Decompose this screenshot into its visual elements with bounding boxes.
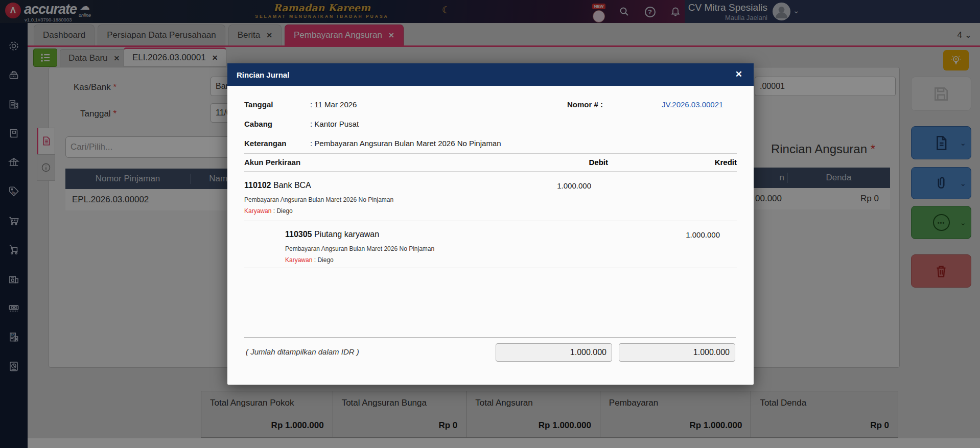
modal-keterangan-label: Keterangan — [244, 139, 287, 148]
dimension-label: Karyawan — [285, 256, 312, 264]
footer-divider — [244, 337, 736, 338]
row-divider — [244, 268, 737, 268]
app-screen: Λ accurate ☁ online v1.0.1#3790-1880003 … — [0, 0, 980, 448]
dimension-label: Karyawan — [244, 207, 271, 215]
account-name: Piutang karyawan — [312, 230, 380, 239]
account-name: Bank BCA — [271, 181, 311, 190]
account-number: 110102 — [244, 181, 271, 190]
close-icon[interactable]: ✕ — [735, 69, 742, 80]
modal-keterangan-value: : Pembayaran Angsuran Bulan Maret 2026 N… — [310, 139, 501, 148]
account-number: 110305 — [285, 230, 312, 239]
row-divider — [244, 221, 737, 221]
modal-header: Rincian Jurnal ✕ — [227, 63, 754, 86]
dimension-value: : Diego — [312, 256, 333, 264]
modal-tanggal-label: Tanggal — [244, 100, 273, 109]
modal-tanggal-value: : 11 Mar 2026 — [310, 100, 357, 109]
dimension-value: : Diego — [271, 207, 292, 215]
journal-table-header: Akun Perkiraan Debit Kredit — [244, 153, 737, 172]
journal-number-link[interactable]: JV.2026.03.00021 — [662, 100, 723, 109]
total-kredit-box: 1.000.000 — [619, 343, 735, 362]
journal-memo: Pembayaran Angsuran Bulan Maret 2026 No … — [285, 245, 434, 252]
modal-cabang-value: : Kantor Pusat — [310, 120, 359, 128]
kredit-amount: 1.000.000 — [618, 230, 720, 239]
debit-amount: 1.000.000 — [489, 181, 591, 190]
col-kredit: Kredit — [635, 158, 737, 167]
modal-cabang-label: Cabang — [244, 120, 272, 128]
modal-title: Rincian Jurnal — [227, 70, 289, 79]
col-debit: Debit — [506, 158, 608, 167]
currency-note: ( Jumlah ditampilkan dalam IDR ) — [246, 347, 359, 356]
total-debit-box: 1.000.000 — [496, 343, 612, 362]
modal-nomor-label: Nomor # : — [567, 100, 603, 109]
journal-memo: Pembayaran Angsuran Bulan Maret 2026 No … — [244, 196, 393, 203]
col-akun-perkiraan: Akun Perkiraan — [244, 158, 300, 167]
rincian-jurnal-modal: Rincian Jurnal ✕ Tanggal : 11 Mar 2026 N… — [227, 63, 754, 385]
